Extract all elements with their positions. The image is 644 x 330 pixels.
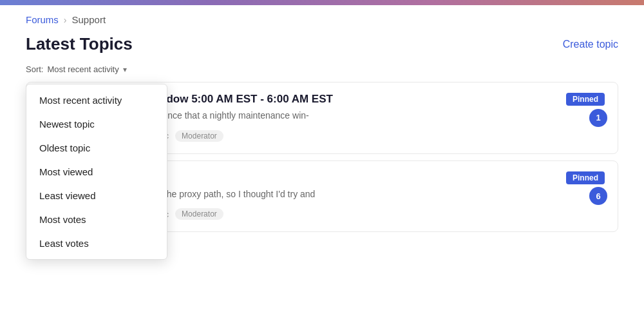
dropdown-item-least-votes[interactable]: Least votes — [26, 231, 167, 255]
header-row: Latest Topics Create topic — [0, 32, 644, 64]
dropdown-item-most-viewed[interactable]: Most viewed — [26, 160, 167, 184]
create-topic-button[interactable]: Create topic — [563, 39, 618, 50]
dropdown-item-oldest[interactable]: Oldest topic — [26, 136, 167, 160]
sort-chevron-icon[interactable]: ▾ — [123, 65, 127, 74]
top-banner — [0, 0, 644, 5]
topic-category-2: Moderator — [175, 208, 223, 220]
pinned-badge-1: Pinned — [566, 93, 605, 106]
reply-count-2: 6 — [589, 187, 607, 205]
breadcrumb: Forums › Support — [0, 5, 644, 32]
pinned-badge-2: Pinned — [566, 171, 605, 184]
dropdown-item-newest[interactable]: Newest topic — [26, 112, 167, 136]
breadcrumb-current: Support — [72, 14, 106, 25]
page-title: Latest Topics — [26, 34, 133, 54]
breadcrumb-forums-link[interactable]: Forums — [26, 14, 59, 25]
sort-label: Sort: — [26, 64, 43, 74]
sort-dropdown[interactable]: Most recent activity Newest topic Oldest… — [26, 84, 167, 260]
dropdown-item-most-recent[interactable]: Most recent activity — [26, 88, 167, 112]
sort-value: Most recent activity — [47, 64, 118, 74]
sort-row: Sort: Most recent activity ▾ Most recent… — [0, 64, 644, 82]
topic-category-1: Moderator — [175, 130, 223, 142]
breadcrumb-separator: › — [64, 15, 67, 25]
dropdown-item-most-votes[interactable]: Most votes — [26, 208, 167, 231]
dropdown-item-least-viewed[interactable]: Least viewed — [26, 184, 167, 208]
reply-count-1: 1 — [589, 109, 607, 127]
